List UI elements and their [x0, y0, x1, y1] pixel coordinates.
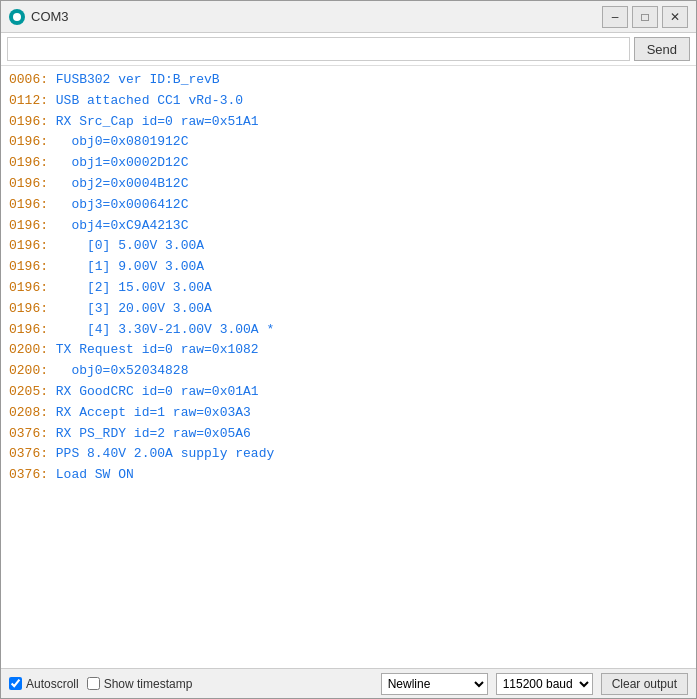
output-line: 0376: PPS 8.40V 2.00A supply ready — [9, 444, 688, 465]
autoscroll-label[interactable]: Autoscroll — [9, 677, 79, 691]
timestamp-label[interactable]: Show timestamp — [87, 677, 193, 691]
minimize-button[interactable]: – — [602, 6, 628, 28]
output-line: 0200: obj0=0x52034828 — [9, 361, 688, 382]
toolbar: Send — [1, 33, 696, 66]
output-line: 0196: [3] 20.00V 3.00A — [9, 299, 688, 320]
send-button[interactable]: Send — [634, 37, 690, 61]
status-bar: Autoscroll Show timestamp No line ending… — [1, 668, 696, 698]
autoscroll-checkbox[interactable] — [9, 677, 22, 690]
output-line: 0196: [1] 9.00V 3.00A — [9, 257, 688, 278]
output-area[interactable]: 0006: FUSB302 ver ID:B_revB0112: USB att… — [1, 66, 696, 668]
clear-output-button[interactable]: Clear output — [601, 673, 688, 695]
output-line: 0196: obj3=0x0006412C — [9, 195, 688, 216]
output-line: 0376: Load SW ON — [9, 465, 688, 486]
title-buttons: – □ ✕ — [602, 6, 688, 28]
output-line: 0208: RX Accept id=1 raw=0x03A3 — [9, 403, 688, 424]
timestamp-checkbox[interactable] — [87, 677, 100, 690]
autoscroll-text: Autoscroll — [26, 677, 79, 691]
serial-monitor-window: COM3 – □ ✕ Send 0006: FUSB302 ver ID:B_r… — [0, 0, 697, 699]
window-title: COM3 — [31, 9, 602, 24]
output-line: 0112: USB attached CC1 vRd-3.0 — [9, 91, 688, 112]
output-line: 0196: obj1=0x0002D12C — [9, 153, 688, 174]
timestamp-text: Show timestamp — [104, 677, 193, 691]
title-bar: COM3 – □ ✕ — [1, 1, 696, 33]
output-line: 0196: obj0=0x0801912C — [9, 132, 688, 153]
output-line: 0196: [4] 3.30V-21.00V 3.00A * — [9, 320, 688, 341]
output-line: 0006: FUSB302 ver ID:B_revB — [9, 70, 688, 91]
output-line: 0196: obj4=0xC9A4213C — [9, 216, 688, 237]
output-line: 0196: [2] 15.00V 3.00A — [9, 278, 688, 299]
output-line: 0376: RX PS_RDY id=2 raw=0x05A6 — [9, 424, 688, 445]
baud-select[interactable]: 300 baud1200 baud2400 baud4800 baud9600 … — [496, 673, 593, 695]
arduino-icon — [9, 9, 25, 25]
output-line: 0205: RX GoodCRC id=0 raw=0x01A1 — [9, 382, 688, 403]
maximize-button[interactable]: □ — [632, 6, 658, 28]
output-line: 0196: [0] 5.00V 3.00A — [9, 236, 688, 257]
close-button[interactable]: ✕ — [662, 6, 688, 28]
serial-input[interactable] — [7, 37, 630, 61]
output-line: 0196: RX Src_Cap id=0 raw=0x51A1 — [9, 112, 688, 133]
newline-select[interactable]: No line endingNewlineCarriage returnBoth… — [381, 673, 488, 695]
output-line: 0196: obj2=0x0004B12C — [9, 174, 688, 195]
output-line: 0200: TX Request id=0 raw=0x1082 — [9, 340, 688, 361]
